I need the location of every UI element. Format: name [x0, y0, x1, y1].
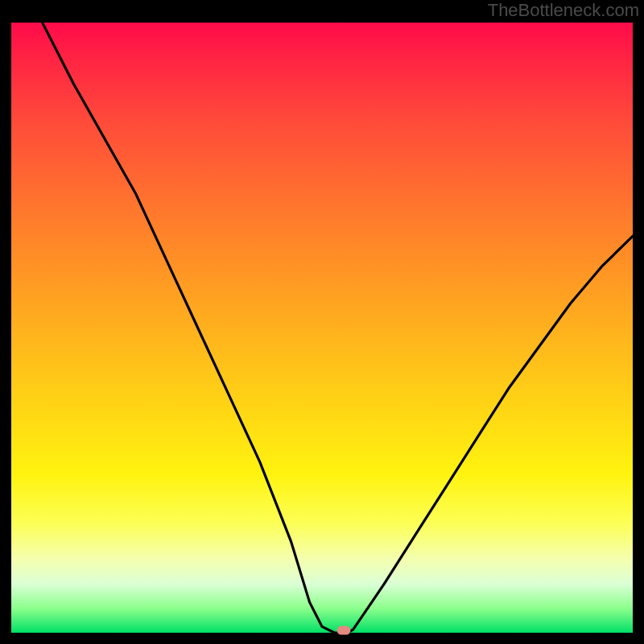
bottleneck-curve — [11, 23, 633, 633]
chart-frame: TheBottleneck.com — [0, 0, 644, 644]
watermark-text: TheBottleneck.com — [488, 0, 639, 21]
plot-area — [11, 23, 633, 633]
optimal-point-marker — [337, 626, 351, 635]
